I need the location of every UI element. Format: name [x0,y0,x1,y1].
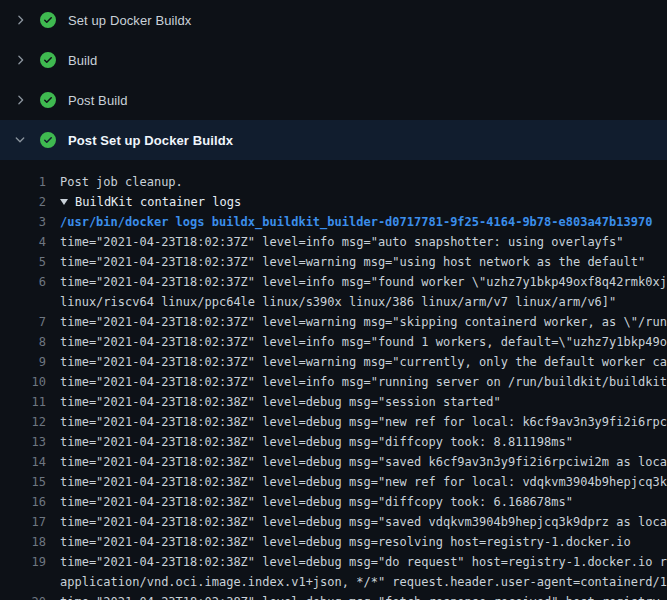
log-text: time="2021-04-23T18:02:38Z" level=debug … [60,392,501,412]
log-command-text: /usr/bin/docker logs buildx_buildkit_bui… [60,212,652,232]
step-header-post-build[interactable]: Post Build [0,80,667,120]
line-number[interactable]: 6 [0,272,46,292]
line-number[interactable]: 5 [0,252,46,272]
log-line: application/vnd.oci.image.index.v1+json,… [0,572,667,592]
step-log-output: 1Post job cleanup.2BuildKit container lo… [0,160,667,600]
log-line: 4time="2021-04-23T18:02:37Z" level=info … [0,232,667,252]
log-group-toggle[interactable]: BuildKit container logs [60,192,241,212]
line-number[interactable]: 19 [0,552,46,572]
log-text: time="2021-04-23T18:02:38Z" level=debug … [60,552,667,572]
line-number[interactable]: 20 [0,592,46,600]
check-circle-icon [40,12,56,28]
log-line: 7time="2021-04-23T18:02:37Z" level=warni… [0,312,667,332]
line-number[interactable]: 11 [0,392,46,412]
line-number[interactable]: 2 [0,192,46,212]
chevron-right-icon [12,92,28,108]
log-text: time="2021-04-23T18:02:38Z" level=debug … [60,512,667,532]
log-line: linux/riscv64 linux/ppc64le linux/s390x … [0,292,667,312]
log-text: time="2021-04-23T18:02:37Z" level=info m… [60,272,667,292]
step-header-build[interactable]: Build [0,40,667,80]
line-number[interactable]: 16 [0,492,46,512]
log-line: 20time="2021-04-23T18:02:38Z" level=debu… [0,592,667,600]
log-text: time="2021-04-23T18:02:38Z" level=debug … [60,452,667,472]
chevron-right-icon [12,12,28,28]
check-circle-icon [40,92,56,108]
log-text: time="2021-04-23T18:02:38Z" level=debug … [60,492,573,512]
line-number[interactable]: 8 [0,332,46,352]
line-number[interactable]: 13 [0,432,46,452]
line-number [0,292,46,312]
log-text-wrapped: application/vnd.oci.image.index.v1+json,… [60,572,667,592]
triangle-down-icon [60,199,68,205]
check-circle-icon [40,52,56,68]
log-line: 6time="2021-04-23T18:02:37Z" level=info … [0,272,667,292]
log-text-wrapped: linux/riscv64 linux/ppc64le linux/s390x … [60,292,616,312]
chevron-right-icon [12,52,28,68]
log-line: 15time="2021-04-23T18:02:38Z" level=debu… [0,472,667,492]
log-line: 19time="2021-04-23T18:02:38Z" level=debu… [0,552,667,572]
line-number[interactable]: 18 [0,532,46,552]
step-label: Post Build [68,93,128,108]
log-line: 2BuildKit container logs [0,192,667,212]
log-text: time="2021-04-23T18:02:37Z" level=warnin… [60,352,667,372]
log-text: time="2021-04-23T18:02:37Z" level=info m… [60,332,667,352]
log-line: 5time="2021-04-23T18:02:37Z" level=warni… [0,252,667,272]
chevron-down-icon [12,132,28,148]
log-line: 17time="2021-04-23T18:02:38Z" level=debu… [0,512,667,532]
log-group-title: BuildKit container logs [75,192,241,212]
step-header-post-set-up-docker-buildx[interactable]: Post Set up Docker Buildx [0,120,667,160]
check-circle-icon [40,132,56,148]
steps-list: Set up Docker BuildxBuildPost BuildPost … [0,0,667,160]
log-text: time="2021-04-23T18:02:37Z" level=warnin… [60,312,667,332]
log-text: time="2021-04-23T18:02:37Z" level=info m… [60,232,624,252]
line-number[interactable]: 1 [0,172,46,192]
log-line: 14time="2021-04-23T18:02:38Z" level=debu… [0,452,667,472]
step-header-set-up-docker-buildx[interactable]: Set up Docker Buildx [0,0,667,40]
log-line: 11time="2021-04-23T18:02:38Z" level=debu… [0,392,667,412]
line-number[interactable]: 12 [0,412,46,432]
log-line: 13time="2021-04-23T18:02:38Z" level=debu… [0,432,667,452]
line-number[interactable]: 4 [0,232,46,252]
step-label: Post Set up Docker Buildx [68,133,233,148]
log-line: 1Post job cleanup. [0,172,667,192]
log-line: 18time="2021-04-23T18:02:38Z" level=debu… [0,532,667,552]
log-line: 3/usr/bin/docker logs buildx_buildkit_bu… [0,212,667,232]
log-text: time="2021-04-23T18:02:38Z" level=debug … [60,532,631,552]
line-number[interactable]: 17 [0,512,46,532]
log-line: 10time="2021-04-23T18:02:37Z" level=info… [0,372,667,392]
line-number[interactable]: 10 [0,372,46,392]
line-number[interactable]: 14 [0,452,46,472]
log-text: Post job cleanup. [60,172,183,192]
line-number[interactable]: 9 [0,352,46,372]
line-number[interactable]: 7 [0,312,46,332]
log-text: time="2021-04-23T18:02:38Z" level=debug … [60,472,667,492]
log-text: time="2021-04-23T18:02:38Z" level=debug … [60,592,660,600]
line-number [0,572,46,592]
line-number[interactable]: 3 [0,212,46,232]
log-line: 12time="2021-04-23T18:02:38Z" level=debu… [0,412,667,432]
log-text: time="2021-04-23T18:02:38Z" level=debug … [60,412,667,432]
line-number[interactable]: 15 [0,472,46,492]
step-label: Set up Docker Buildx [68,13,191,28]
step-label: Build [68,53,97,68]
log-text: time="2021-04-23T18:02:38Z" level=debug … [60,432,573,452]
log-line: 8time="2021-04-23T18:02:37Z" level=info … [0,332,667,352]
log-text: time="2021-04-23T18:02:37Z" level=warnin… [60,252,645,272]
log-line: 9time="2021-04-23T18:02:37Z" level=warni… [0,352,667,372]
log-line: 16time="2021-04-23T18:02:38Z" level=debu… [0,492,667,512]
log-text: time="2021-04-23T18:02:37Z" level=info m… [60,372,667,392]
actions-log-viewer: Set up Docker BuildxBuildPost BuildPost … [0,0,667,600]
